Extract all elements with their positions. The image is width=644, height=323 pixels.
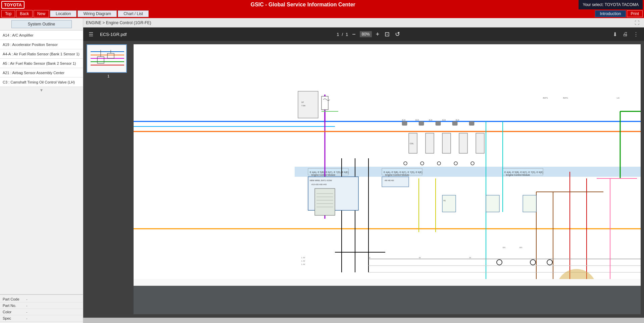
expand-icon[interactable]: ⛶ [633,20,641,25]
pdf-thumbnails: 1 [87,44,130,314]
sidebar-item-0[interactable]: A14 : A/C Amplifier [0,31,83,40]
back-button[interactable]: Back [16,10,33,17]
svg-rect-49 [321,96,328,110]
pdf-filename: ECS-1GR.pdf [100,32,127,37]
svg-rect-53 [452,121,457,125]
pdf-page-total: 1 [346,32,348,37]
svg-text:ST: ST [301,101,304,103]
sidebar-item-5[interactable]: C3 : Camshaft Timing Oil Control Valve (… [0,77,83,87]
pdf-zoom-out-button[interactable]: − [351,31,357,38]
svg-text:B-R: B-R [415,119,419,121]
location-button[interactable]: Location [50,10,77,17]
pdf-menu-button[interactable]: ☰ [87,31,95,38]
svg-text:7.5A: 7.5A [301,105,305,107]
svg-rect-80 [315,189,335,215]
your-select-display: Your select: TOYOTA TACOMA [579,0,643,9]
svg-text:B-R: B-R [442,119,446,121]
pdf-more-button[interactable]: ⋮ [632,31,640,38]
svg-rect-64 [382,177,409,187]
svg-rect-59 [459,133,467,153]
pdf-page-separator: / [342,32,343,37]
system-outline-button[interactable]: System Outline [11,20,72,28]
svg-text:W: W [368,257,370,259]
pdf-rotate-button[interactable]: ↺ [394,31,401,38]
svg-text:L-W: L-W [301,257,305,259]
svg-text:E 4(A), E 5(B), E 6(C), E 7(D): E 4(A), E 5(B), E 6(C), E 7(D), E 8(E) [384,171,423,174]
sidebar-filters: Part Code-Part No.-Color-Spec- [0,294,83,323]
svg-text:B-R: B-R [456,119,459,121]
print-button[interactable]: Print [627,10,643,17]
pdf-zoom-level: 80% [360,31,372,37]
svg-text:W: W [469,257,471,259]
svg-text:#80 #80 #60: #80 #80 #60 [385,179,394,181]
sidebar-item-3[interactable]: A5 : Air Fuel Ratio Sensor (Bank 2 Senso… [0,59,83,68]
svg-text:Engine Control Module: Engine Control Module [506,174,530,176]
new-button[interactable]: New [34,10,49,17]
svg-text:Engine Control Module: Engine Control Module [311,174,335,176]
wiring-diagram: E 4(A), E 5(B), E 6(C), E 7(D), E 8(E) E… [134,44,641,314]
breadcrumb: ENGINE > Engine Control (1GR-FE) [86,20,151,25]
svg-text:BR: BR [503,247,506,249]
svg-text:VG: VG [443,200,446,202]
svg-text:BAT1: BAT1 [563,97,568,99]
svg-rect-52 [436,121,441,125]
svg-rect-96 [134,279,641,286]
svg-text:#10 #20 #00 #40: #10 #20 #00 #40 [311,183,327,185]
horizontal-scrollbar[interactable] [83,318,644,323]
chart-list-button[interactable]: Chart / List [118,10,149,17]
pdf-thumb-number: 1 [87,74,130,78]
svg-text:BAT1: BAT1 [543,97,548,99]
pdf-zoom-in-button[interactable]: + [375,31,381,38]
svg-rect-69 [523,195,536,212]
pdf-thumbnail-1[interactable] [87,44,127,73]
svg-rect-51 [419,121,424,125]
svg-text:L-W: L-W [301,263,305,265]
filter-row-part-code: Part Code- [0,296,83,303]
svg-text:B-R: B-R [402,119,406,121]
sidebar-item-4[interactable]: A21 : Airbag Sensor Assembly Center [0,68,83,77]
svg-rect-66 [442,195,456,212]
sidebar-list: A14 : A/C AmplifierA19 : Accelerator Pos… [0,30,83,294]
pdf-print-button[interactable]: 🖨 [621,31,629,38]
filter-row-part-no.: Part No.- [0,303,83,309]
svg-text:NBW MREL BAT1 IGSW: NBW MREL BAT1 IGSW [310,179,332,181]
svg-rect-54 [469,121,474,125]
svg-rect-46 [298,91,318,118]
svg-text:Engine Control Module: Engine Control Module [385,174,409,176]
svg-text:E 4(A), E 5(B), E 6(C), E 7(D): E 4(A), E 5(B), E 6(C), E 7(D), E 8(E) [504,171,543,174]
introduction-button[interactable]: Introduction [595,10,626,17]
sidebar-item-2[interactable]: A4-A : Air Fuel Ratio Sensor (Bank 1 Sen… [0,49,83,59]
svg-text:E 4(A), E 5(B), E 6(C), E 7(D): E 4(A), E 5(B), E 6(C), E 7(D), E 8(E) [310,171,349,174]
pdf-main-view[interactable]: E 4(A), E 5(B), E 6(C), E 7(D), E 8(E) E… [134,44,641,314]
wiring-diagram-button[interactable]: Wiring Diagram [78,10,117,17]
svg-rect-57 [426,133,434,153]
svg-text:BR: BR [519,247,523,249]
svg-text:W: W [419,257,421,259]
svg-text:COIL: COIL [410,143,414,145]
pdf-fit-button[interactable]: ⊡ [383,31,391,38]
top-button[interactable]: Top [1,10,15,17]
gsic-title: GSIC - Global Service Information Center [28,2,578,8]
svg-rect-58 [442,133,451,153]
filter-row-color: Color- [0,309,83,315]
svg-text:LG: LG [617,97,620,99]
svg-rect-60 [476,133,484,153]
svg-rect-10 [134,44,641,286]
pdf-page-current: 1 [337,32,339,37]
svg-text:B-R: B-R [429,119,433,121]
sidebar-item-1[interactable]: A19 : Accelerator Position Sensor [0,40,83,49]
svg-rect-68 [486,195,499,212]
toyota-logo: TOYOTA [1,1,24,9]
svg-rect-50 [402,121,407,125]
pdf-download-button[interactable]: ⬇ [611,31,618,38]
svg-text:L-W: L-W [301,260,305,262]
filter-row-spec: Spec- [0,315,83,322]
